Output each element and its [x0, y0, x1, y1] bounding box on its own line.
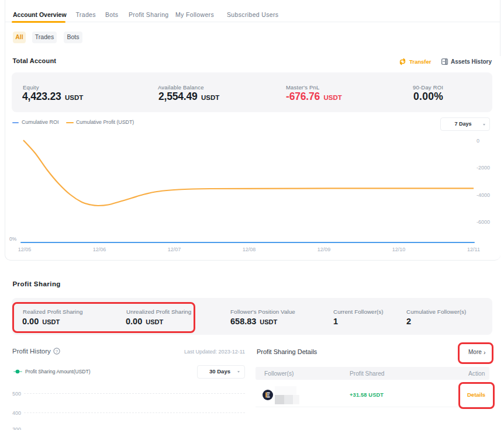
svg-text:?: ?	[55, 349, 58, 354]
